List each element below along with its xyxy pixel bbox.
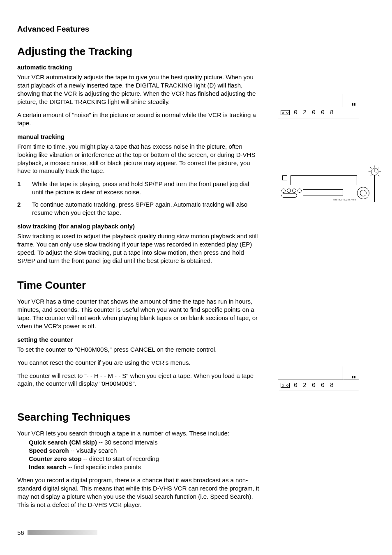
subhead-manual-tracking: manual tracking — [17, 133, 261, 140]
section-title-searching: Searching Techniques — [17, 411, 261, 424]
page-number: 56 — [17, 529, 24, 536]
jog-dial-icon — [357, 187, 369, 199]
para-counter-4: The counter will reset to "- - H - - M -… — [17, 372, 261, 388]
search-counter-bold: Counter zero stop — [29, 455, 81, 462]
search-quick-rest: -- 30 second intervals — [97, 439, 158, 446]
chapter-title: Advanced Features — [17, 25, 375, 34]
para-slow-1: Slow tracking is used to adjust the play… — [17, 232, 261, 265]
step-text-1: While the tape is playing, press and hol… — [32, 180, 261, 196]
svg-line-9 — [378, 167, 379, 168]
footer-gradient-bar — [28, 530, 97, 535]
tape-icon — [281, 110, 290, 115]
section-title-tracking: Adjusting the Tracking — [17, 45, 261, 58]
clock-burst-icon — [368, 165, 382, 179]
vcr-display-illustration-2: 0 2 0 0 8 — [278, 366, 360, 391]
pause-icon — [352, 103, 355, 106]
tape-icon — [281, 383, 290, 388]
para-manual-1: From time to time, you might play a tape… — [17, 143, 261, 175]
display-digits-1: 0 2 0 0 8 — [294, 109, 334, 116]
manual-tracking-steps: 1 While the tape is playing, press and h… — [17, 180, 261, 217]
para-counter-1: Your VCR has a time counter that shows t… — [17, 297, 261, 330]
subhead-setting-counter: setting the counter — [17, 336, 261, 343]
para-search-intro: Your VCR lets you search through a tape … — [17, 429, 261, 438]
search-index-bold: Index search — [29, 463, 67, 470]
search-counter-rest: -- direct to start of recording — [81, 455, 159, 462]
subhead-auto-tracking: automatic tracking — [17, 64, 261, 71]
para-counter-3: You cannot reset the counter if you are … — [17, 359, 261, 367]
svg-line-10 — [370, 175, 371, 176]
search-index-rest: -- find specific index points — [67, 463, 141, 470]
vcr-front-panel-illustration: HDD D-V S-VHS VCR — [278, 172, 375, 202]
svg-line-8 — [378, 175, 379, 176]
para-auto-2: A certain amount of "noise" in the pictu… — [17, 111, 261, 127]
svg-line-7 — [370, 167, 371, 168]
search-speed-bold: Speed search — [29, 447, 69, 454]
section-title-time-counter: Time Counter — [17, 279, 261, 292]
subhead-slow-tracking: slow tracking (for analog playback only) — [17, 223, 261, 230]
para-counter-2: To set the counter to "0H00M00S," press … — [17, 345, 261, 354]
vcr-display-illustration-1: 0 2 0 0 8 — [278, 94, 360, 118]
para-search-note: When you record a digital program, there… — [17, 476, 261, 509]
para-auto-1: Your VCR automatically adjusts the tape … — [17, 73, 261, 106]
pause-icon — [352, 376, 355, 378]
page-footer: 56 — [17, 529, 97, 536]
step-number-1: 1 — [17, 180, 25, 196]
search-methods-list: Quick search (CM skip) -- 30 second inte… — [17, 438, 261, 471]
search-quick-bold: Quick search (CM skip) — [29, 439, 97, 446]
step-text-2: To continue automatic tracking, press SP… — [32, 200, 261, 217]
step-number-2: 2 — [17, 200, 25, 217]
display-digits-2: 0 2 0 0 8 — [294, 382, 334, 389]
search-speed-rest: -- visually search — [69, 447, 117, 454]
